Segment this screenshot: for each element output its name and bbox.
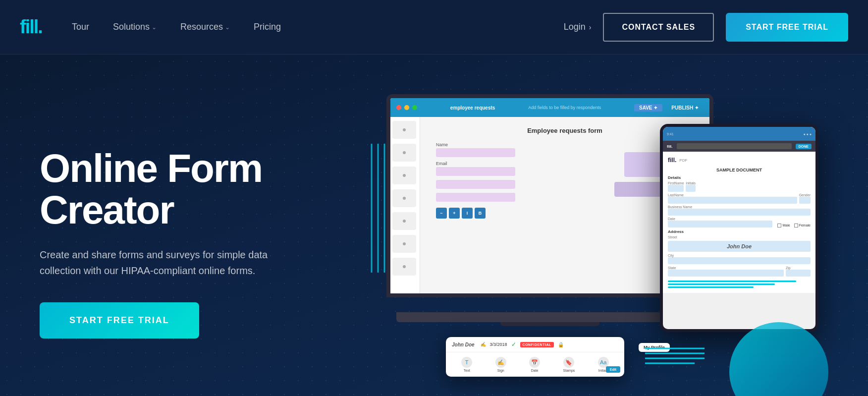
nav-links: Tour Solutions ⌄ Resources ⌄ Pricing bbox=[72, 22, 564, 32]
tablet-firstname-label: FirstName bbox=[668, 181, 684, 185]
sig-sign-tool[interactable]: ✍ Sign bbox=[495, 357, 506, 372]
toolbar-btn-3: I bbox=[462, 208, 473, 219]
sig-stamps-tool[interactable]: 🔖 Stamps bbox=[563, 357, 575, 372]
decorative-teal-circle bbox=[729, 322, 828, 396]
sig-text-tool[interactable]: T Text bbox=[461, 357, 472, 372]
tablet-state-field bbox=[668, 270, 784, 277]
tablet-doc-title: SAMPLE DOCUMENT bbox=[668, 168, 811, 172]
tablet-lastname-label: LastName bbox=[668, 193, 797, 197]
nav-right: Login › CONTACT SALES START FREE TRIAL bbox=[564, 13, 848, 42]
tablet-business-field bbox=[668, 209, 811, 216]
tablet-initials-field bbox=[686, 185, 696, 192]
tablet-gender-label: Gender bbox=[799, 193, 811, 197]
window-dot-red bbox=[396, 105, 401, 110]
brand-logo[interactable]: fill. bbox=[20, 16, 42, 38]
chevron-down-icon: ⌄ bbox=[152, 24, 157, 31]
tablet-lastname-field bbox=[668, 197, 797, 204]
nav-solutions[interactable]: Solutions ⌄ bbox=[113, 22, 157, 32]
screen-sidebar bbox=[390, 117, 420, 293]
tablet-gender-field bbox=[799, 197, 811, 204]
tablet-city-field bbox=[668, 257, 811, 264]
tablet-date-label: Date bbox=[668, 217, 772, 221]
tablet-zip-label: Zip bbox=[786, 266, 811, 270]
sig-edit-button[interactable]: Edit bbox=[606, 366, 620, 373]
sidebar-icon-4 bbox=[392, 189, 416, 207]
tablet-content: fill. PDF SAMPLE DOCUMENT Details FirstN… bbox=[663, 152, 815, 293]
tablet-logo: fill. bbox=[668, 157, 676, 164]
name-input bbox=[436, 148, 515, 157]
date-icon: 📅 bbox=[529, 357, 540, 368]
name-label: Name bbox=[436, 142, 598, 147]
start-trial-nav-button[interactable]: START FREE TRIAL bbox=[726, 13, 848, 42]
screen-subtitle: Add fields to be filled by respondents bbox=[528, 105, 601, 110]
toolbar-btn-2: + bbox=[449, 208, 460, 219]
tablet-street-label: Street bbox=[668, 235, 811, 239]
tablet-female-checkbox: Female bbox=[794, 224, 811, 227]
tablet-url-bar bbox=[677, 143, 792, 149]
screen-publish-btn[interactable]: PUBLISH ✦ bbox=[666, 104, 704, 112]
sig-date: 3/3/2018 bbox=[490, 342, 507, 347]
sig-italic: ✍ bbox=[481, 342, 486, 347]
tablet-zip-field bbox=[786, 270, 811, 277]
hero-section: Online Form Creator Create and share for… bbox=[0, 55, 868, 396]
tablet-state-label: State bbox=[668, 266, 784, 270]
sidebar-icon-3 bbox=[392, 167, 416, 184]
toolbar-btn-4: B bbox=[475, 208, 486, 219]
hero-text-block: Online Form Creator Create and share for… bbox=[40, 138, 317, 339]
sidebar-icon-2 bbox=[392, 144, 416, 162]
hero-title: Online Form Creator bbox=[40, 148, 317, 231]
field-3 bbox=[436, 180, 515, 189]
tablet-app-bar: fill. DONE bbox=[663, 141, 815, 152]
sidebar-icon-5 bbox=[392, 212, 416, 230]
form-fields-left: Name Email bbox=[426, 142, 608, 219]
tablet-pdf-label: PDF bbox=[679, 158, 811, 163]
navbar: fill. Tour Solutions ⌄ Resources ⌄ Prici… bbox=[0, 0, 868, 55]
deco-line-3 bbox=[668, 286, 754, 288]
tablet-initials-label: Initials bbox=[686, 181, 696, 185]
hero-subtitle: Create and share forms and surveys for s… bbox=[40, 247, 297, 279]
deco-line-2 bbox=[668, 283, 775, 285]
contact-sales-button[interactable]: CONTACT SALES bbox=[603, 13, 714, 42]
text-icon: T bbox=[461, 357, 472, 368]
tablet-details-section: Details bbox=[668, 175, 811, 180]
login-link[interactable]: Login › bbox=[564, 22, 592, 32]
signature-bar: John Doe ✍ 3/3/2018 ✓ CONFIDENTIAL 🔒 T T… bbox=[446, 337, 624, 377]
hero-visual: employee requests Add fields to be fille… bbox=[347, 84, 828, 392]
stamps-icon: 🔖 bbox=[563, 357, 574, 368]
sig-name: John Doe bbox=[452, 342, 475, 347]
tablet-status: ● ● ● bbox=[803, 132, 812, 136]
tablet-date-field bbox=[668, 221, 772, 227]
sidebar-icon-7 bbox=[392, 258, 416, 276]
screen-save-btn[interactable]: SAVE ✦ bbox=[634, 104, 662, 112]
nav-tour[interactable]: Tour bbox=[72, 22, 89, 32]
tablet-done-btn[interactable]: DONE bbox=[796, 144, 812, 149]
deco-line-1 bbox=[668, 281, 796, 282]
sig-check-icon: ✓ bbox=[511, 341, 516, 348]
window-dot-green bbox=[412, 105, 417, 110]
tablet-address-section: Address bbox=[668, 229, 811, 234]
screen-app-title: employee requests bbox=[450, 105, 495, 111]
nav-pricing[interactable]: Pricing bbox=[254, 22, 281, 32]
window-dot-yellow bbox=[404, 105, 409, 110]
tablet-male-checkbox: Male bbox=[777, 224, 790, 227]
arrow-icon: › bbox=[589, 23, 592, 31]
tablet-time: 9:41 bbox=[667, 132, 674, 136]
decorative-horiz-lines bbox=[645, 344, 705, 364]
sign-icon: ✍ bbox=[495, 357, 506, 368]
sidebar-icon-6 bbox=[392, 235, 416, 253]
tablet-mockup: 9:41 ● ● ● fill. DONE fill. PDF SAMPLE D… bbox=[660, 124, 818, 332]
tablet-firstname-field bbox=[668, 185, 684, 192]
sidebar-icon-1 bbox=[392, 121, 416, 139]
nav-resources[interactable]: Resources ⌄ bbox=[180, 22, 230, 32]
email-input bbox=[436, 167, 515, 176]
laptop-base bbox=[396, 312, 704, 322]
tablet-business-label: Business Name bbox=[668, 205, 811, 209]
lock-icon: 🔒 bbox=[558, 342, 564, 347]
tablet-city-label: City bbox=[668, 254, 811, 257]
toolbar-btn-1: − bbox=[436, 208, 447, 219]
start-trial-hero-button[interactable]: START FREE TRIAL bbox=[40, 302, 199, 339]
tablet-john-doe-field: John Doe bbox=[668, 241, 811, 252]
chevron-down-icon: ⌄ bbox=[225, 24, 230, 31]
sig-date-tool[interactable]: 📅 Date bbox=[529, 357, 540, 372]
tablet-app-name: fill. bbox=[667, 144, 673, 149]
